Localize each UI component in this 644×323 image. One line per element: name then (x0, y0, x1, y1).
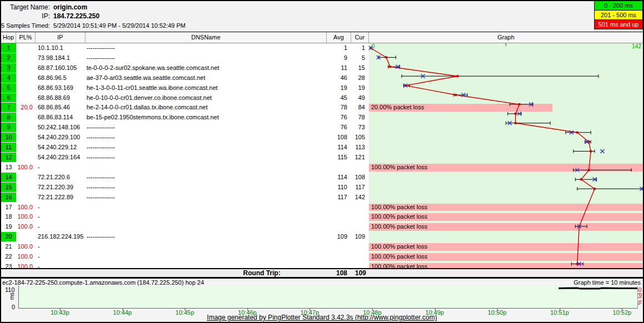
col-header-pl[interactable]: PL% (16, 32, 36, 43)
packet-loss-cell: 100.0 (16, 242, 36, 252)
avg-cell: 109 (327, 232, 351, 242)
graph-cell: 100.00% packet loss (369, 222, 643, 232)
cur-cell: 78 (351, 113, 369, 123)
table-row[interactable]: 22100.0-100.00% packet loss (1, 252, 643, 262)
packet-loss-cell: 100.0 (16, 252, 36, 262)
hop-number-cell: 19 (1, 222, 16, 232)
target-name-value: origin.com (53, 3, 87, 11)
legend-green: 0 - 200 ms (594, 1, 643, 11)
cur-cell: 5 (351, 53, 369, 63)
time-tick-mark (560, 308, 560, 311)
avg-cell: 117 (327, 193, 351, 203)
avg-cell: 76 (327, 123, 351, 133)
graph-cell (369, 83, 643, 93)
table-row[interactable]: 1472.21.220.6--------------114108 (1, 173, 643, 183)
ip-cell: - (36, 222, 85, 232)
dnsname-cell: -------------- (85, 173, 327, 183)
samples-range: 5/29/2014 10:51:49 PM - 5/29/2014 10:52:… (53, 22, 186, 29)
col-header-dns[interactable]: DNSName (85, 32, 327, 43)
col-header-cur[interactable]: Cur (351, 32, 369, 43)
cur-cell: 19 (351, 83, 369, 93)
dnsname-cell: -------------- (85, 133, 327, 143)
ip-cell: 10.1.10.1 (36, 43, 85, 53)
time-tick-mark (123, 308, 123, 311)
packet-loss-band: 20.00% packet loss (369, 104, 552, 112)
graph-cell (369, 73, 643, 83)
col-header-hop[interactable]: Hop (1, 32, 16, 43)
ip-cell: 73.98.184.1 (36, 53, 85, 63)
cur-cell: 73 (351, 123, 369, 133)
table-row[interactable]: 1672.21.222.89--------------117142 (1, 193, 643, 203)
col-header-ip[interactable]: IP (36, 32, 85, 43)
ip-cell: 68.86.88.69 (36, 93, 85, 103)
table-row[interactable]: 17100.0-100.00% packet loss (1, 203, 643, 213)
graph-cell: 20.00% packet loss (369, 103, 643, 113)
dnsname-cell: be-15-pe02.1950stemmons.tx.ibone.comcast… (85, 113, 327, 123)
packet-loss-cell: 100.0 (16, 212, 36, 222)
graph-cell: 100.00% packet loss (369, 212, 643, 222)
legend-yellow: 201 - 500 ms (594, 10, 643, 20)
table-row[interactable]: 1572.21.220.39--------------110117 (1, 183, 643, 193)
avg-cell: 19 (327, 83, 351, 93)
table-row[interactable]: 21100.0-100.00% packet loss (1, 242, 643, 252)
hop-number-cell: 22 (1, 252, 16, 262)
col-header-avg[interactable]: Avg (327, 32, 351, 43)
hop-number-cell: 11 (1, 143, 16, 153)
table-row[interactable]: 720.068.86.85.46he-2-14-0-0-cr01.dallas.… (1, 103, 643, 113)
col-header-graph[interactable]: Graph (369, 32, 643, 43)
timeline-panel: ec2-184-72-225-250.compute-1.amazonaws.c… (1, 278, 643, 322)
packet-loss-cell (16, 143, 36, 153)
ip-label: IP: (1, 12, 50, 20)
table-row[interactable]: 13100.0-100.00% packet loss (1, 163, 643, 173)
packet-loss-cell (16, 113, 36, 123)
packet-loss-label: 20.00% packet loss (369, 104, 552, 111)
hop-number-cell: 10 (1, 133, 16, 143)
footer-credit: Image generated by PingPlotter Standard … (1, 314, 643, 321)
avg-cell (327, 203, 351, 213)
table-row[interactable]: 950.242.148.106--------------7673 (1, 123, 643, 133)
target-name-line: Target Name:origin.com (1, 3, 87, 11)
dnsname-cell (85, 222, 327, 232)
dnsname-cell: ae-37-0-ar03.seattle.wa.seattle.comcast.… (85, 73, 327, 83)
table-row[interactable]: 273.98.184.1--------------95 (1, 53, 643, 63)
graph-cell (369, 173, 643, 183)
avg-cell (327, 252, 351, 262)
packet-loss-band: 100.00% packet loss (369, 204, 643, 211)
table-row[interactable]: 19100.0-100.00% packet loss (1, 222, 643, 232)
avg-cell: 1 (327, 43, 351, 53)
ip-cell: - (36, 242, 85, 252)
cur-cell: 121 (351, 153, 369, 163)
packet-loss-label: 100.00% packet loss (369, 164, 643, 171)
table-row[interactable]: 110.1.10.1--------------11 (1, 43, 643, 53)
timeline-y-min: 0 (12, 304, 15, 310)
packet-loss-label: 100.00% packet loss (369, 223, 643, 230)
dnsname-cell: -------------- (85, 183, 327, 193)
table-row[interactable]: 1054.240.229.100--------------108105 (1, 133, 643, 143)
packet-loss-cell (16, 193, 36, 203)
avg-cell: 114 (327, 173, 351, 183)
ip-cell: 68.87.160.105 (36, 63, 85, 73)
cur-cell: 15 (351, 63, 369, 73)
graph-cell (369, 232, 643, 242)
table-row[interactable]: 1154.240.229.12--------------114113 (1, 143, 643, 153)
ip-cell: 216.182.224.195 (36, 232, 85, 242)
round-trip-avg: 108 (327, 269, 347, 277)
table-row[interactable]: 668.86.88.69he-0-10-0-0-cr01.denver.co.i… (1, 93, 643, 103)
table-row[interactable]: 368.87.160.105te-0-0-0-2-sur02.spokane.w… (1, 63, 643, 73)
graph-cell: 100.00% packet loss (369, 242, 643, 252)
ip-cell: - (36, 212, 85, 222)
hop-rows: 110.1.10.1--------------11273.98.184.1--… (1, 43, 643, 269)
packet-loss-cell (16, 43, 36, 53)
cur-cell: 113 (351, 143, 369, 153)
table-row[interactable]: 568.86.93.169he-1-3-0-0-11-cr01.seattle.… (1, 83, 643, 93)
timeline-plot[interactable] (18, 286, 638, 309)
hop-number-cell: 13 (1, 163, 16, 173)
table-row[interactable]: 1254.240.229.164--------------115121 (1, 153, 643, 163)
table-row[interactable]: 868.86.83.114be-15-pe02.1950stemmons.tx.… (1, 113, 643, 123)
packet-loss-cell (16, 232, 36, 242)
table-row[interactable]: 20216.182.224.195--------------109109 (1, 232, 643, 242)
ip-cell: 68.86.85.46 (36, 103, 85, 113)
timeline-title: ec2-184-72-225-250.compute-1.amazonaws.c… (2, 279, 204, 286)
table-row[interactable]: 468.86.96.5ae-37-0-ar03.seattle.wa.seatt… (1, 73, 643, 83)
table-row[interactable]: 18100.0-100.00% packet loss (1, 212, 643, 222)
